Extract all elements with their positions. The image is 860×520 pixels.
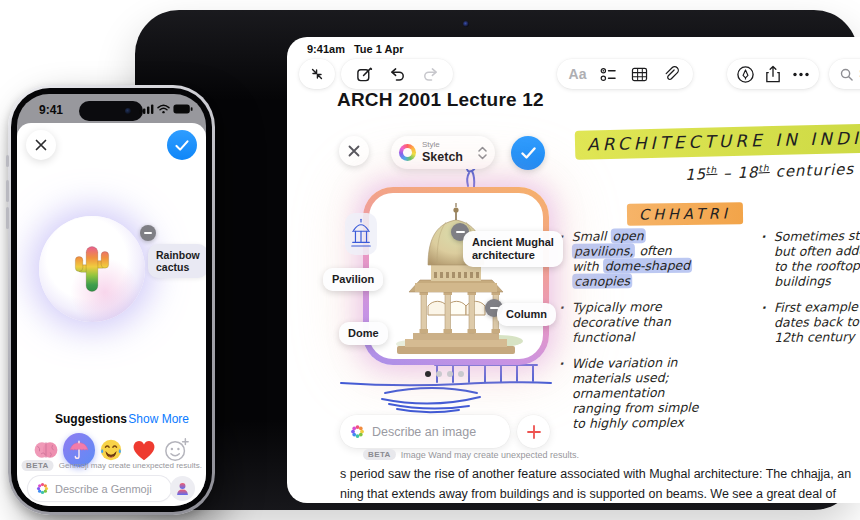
mute-switch bbox=[6, 155, 9, 167]
redo-button[interactable] bbox=[420, 64, 440, 84]
result-pagination-dots[interactable] bbox=[425, 371, 464, 377]
plus-icon bbox=[527, 425, 541, 439]
checklist-button[interactable] bbox=[598, 64, 618, 84]
page-dot[interactable] bbox=[447, 371, 453, 377]
status-date: Tue 1 Apr bbox=[354, 43, 404, 55]
page-dot[interactable] bbox=[436, 371, 442, 377]
volume-up-button bbox=[6, 180, 9, 202]
page-dot[interactable] bbox=[458, 371, 464, 377]
describe-genmoji-input[interactable]: Describe a Genmoji bbox=[28, 476, 171, 501]
highlighted-word: open bbox=[610, 228, 645, 243]
note-bullet-materials: Wide variation in materials used; orname… bbox=[559, 354, 756, 431]
ai-spark-icon bbox=[36, 482, 49, 495]
label-dome[interactable]: Dome bbox=[339, 322, 388, 345]
genmoji-prompt-label[interactable]: Rainbow cactus bbox=[148, 244, 206, 278]
show-more-link[interactable]: Show More bbox=[128, 412, 189, 426]
close-icon bbox=[348, 145, 360, 157]
mini-chhatri-sketch-icon bbox=[349, 218, 373, 250]
ai-spark-icon bbox=[350, 424, 365, 439]
handwritten-section-title: CHHATRI bbox=[627, 202, 743, 226]
note-bullet-first-example: First example dates back to the 12th cen… bbox=[761, 298, 860, 345]
search-icon bbox=[839, 64, 853, 84]
notes-column-left: Small open pavilions, often with dome-sh… bbox=[559, 228, 755, 441]
style-selector[interactable]: Style Sketch bbox=[391, 136, 495, 169]
remove-label-button[interactable] bbox=[140, 225, 156, 241]
iphone-device-frame: 9:41 bbox=[8, 85, 215, 515]
genmoji-close-button[interactable] bbox=[26, 130, 56, 160]
markup-button[interactable] bbox=[735, 64, 755, 84]
undo-button[interactable] bbox=[387, 64, 407, 84]
status-time: 9:41am bbox=[307, 43, 345, 55]
paragraph-line: ning that extends away from buildings an… bbox=[340, 484, 860, 503]
attachment-button[interactable] bbox=[661, 64, 681, 84]
highlighted-word: dome-shaped bbox=[603, 258, 693, 274]
share-button[interactable] bbox=[763, 64, 783, 84]
add-image-button[interactable] bbox=[517, 415, 550, 448]
genmoji-preview-bubble bbox=[39, 216, 145, 322]
subheading-sup2: th bbox=[758, 163, 770, 173]
person-icon bbox=[176, 482, 189, 496]
notes-column-right: Sometimes stand-alone but often added to… bbox=[761, 228, 860, 355]
compose-button[interactable] bbox=[354, 64, 374, 84]
highlighted-word: pavilions, bbox=[572, 243, 636, 259]
ipad-device-frame: 9:41am Tue 1 Apr 100% bbox=[135, 10, 858, 510]
beta-badge: BETA bbox=[363, 449, 396, 460]
note-paragraph: s period saw the rise of another feature… bbox=[340, 464, 860, 503]
dynamic-island bbox=[79, 101, 143, 121]
describe-image-placeholder: Describe an image bbox=[372, 425, 476, 439]
collapse-icon bbox=[307, 64, 327, 84]
subheading-year1: 15 bbox=[685, 165, 707, 184]
subheading-sup1: th bbox=[706, 165, 718, 175]
style-value: Sketch bbox=[422, 151, 472, 164]
generated-chhatri-image bbox=[369, 193, 543, 359]
marketing-canvas: 9:41am Tue 1 Apr 100% bbox=[0, 0, 860, 520]
heart-icon bbox=[131, 438, 157, 462]
note-bullet-pavilions: Small open pavilions, often with dome-sh… bbox=[559, 227, 756, 289]
cellular-signal-icon bbox=[139, 104, 154, 114]
label-ancient-mughal[interactable]: Ancient Mughal architecture bbox=[463, 231, 563, 267]
describe-image-input[interactable]: Describe an image bbox=[340, 415, 510, 448]
beta-disclaimer: Image Wand may create unexpected results… bbox=[401, 450, 579, 460]
page-dot-active[interactable] bbox=[425, 371, 431, 377]
note-bullet-standalone: Sometimes stand-alone but often added to… bbox=[761, 227, 860, 289]
image-wand-close-button[interactable] bbox=[339, 136, 369, 166]
front-camera bbox=[125, 108, 131, 114]
umbrella-icon bbox=[68, 439, 90, 461]
generated-image-card bbox=[363, 187, 549, 365]
minus-icon bbox=[456, 231, 465, 233]
image-wand-beta-note: BETA Image Wand may create unexpected re… bbox=[363, 449, 579, 460]
label-column[interactable]: Column bbox=[497, 303, 556, 326]
more-button[interactable] bbox=[791, 64, 811, 84]
sketch-source-thumbnail[interactable] bbox=[345, 213, 377, 255]
note-bullet-decorative: Typically more decorative than functiona… bbox=[559, 298, 755, 345]
iphone-genmoji-screen: 9:41 bbox=[17, 94, 206, 506]
image-playground-icon bbox=[399, 144, 416, 161]
search-input[interactable]: Search bbox=[829, 59, 860, 89]
checkmark-icon bbox=[521, 147, 536, 159]
label-pavilion[interactable]: Pavilion bbox=[323, 268, 383, 291]
text-format-button[interactable]: Aa bbox=[569, 66, 587, 82]
actions-toolbar-group bbox=[727, 59, 819, 89]
note-title: ARCH 2001 Lecture 12 bbox=[337, 89, 544, 111]
genmoji-confirm-button[interactable] bbox=[167, 130, 197, 160]
beta-disclaimer: Genmoji may create unexpected results. bbox=[59, 461, 202, 470]
describe-genmoji-placeholder: Describe a Genmoji bbox=[55, 483, 152, 495]
subheading-tail: centuries bbox=[769, 160, 854, 181]
highlighted-word: canopies bbox=[572, 273, 632, 289]
table-button[interactable] bbox=[630, 64, 650, 84]
style-label: Style bbox=[422, 141, 472, 149]
person-genmoji-button[interactable] bbox=[170, 476, 195, 501]
chevron-up-down-icon bbox=[478, 146, 487, 160]
beta-badge: BETA bbox=[21, 460, 54, 471]
ipad-notes-screen: 9:41am Tue 1 Apr 100% bbox=[287, 37, 860, 503]
paragraph-line: s period saw the rise of another feature… bbox=[340, 464, 860, 484]
collapse-button[interactable] bbox=[299, 59, 335, 89]
subheading-dash: – bbox=[717, 164, 738, 183]
iphone-status-icons bbox=[139, 104, 193, 114]
image-wand-confirm-button[interactable] bbox=[511, 136, 545, 170]
status-time: 9:41 bbox=[39, 103, 63, 117]
suggestions-title: Suggestions bbox=[55, 412, 127, 426]
rainbow-cactus-genmoji bbox=[67, 239, 117, 299]
genmoji-beta-note: BETA Genmoji may create unexpected resul… bbox=[21, 460, 202, 471]
wifi-icon bbox=[157, 104, 170, 114]
